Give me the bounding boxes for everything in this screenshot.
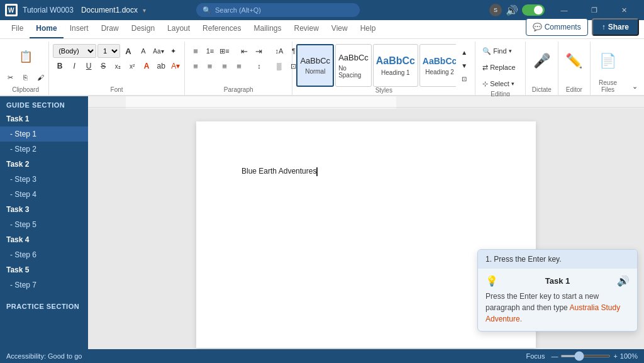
strikethrough-button[interactable]: S [96,59,110,73]
copy-button[interactable]: ⎘ [19,70,33,84]
tab-references[interactable]: References [196,20,247,38]
shading-button[interactable]: ▒ [272,59,286,73]
focus-button[interactable]: Focus [526,352,545,360]
select-dropdown-icon: ▾ [511,81,514,87]
tab-review[interactable]: Review [288,20,325,38]
dictate-button[interactable]: 🎤 [528,44,555,78]
editor-icon: ✏️ [565,53,582,69]
search-icon: 🔍 [203,6,211,14]
minimize-button[interactable]: — [550,0,579,20]
maximize-button[interactable]: ❐ [580,0,609,20]
editor-button[interactable]: ✏️ [560,44,588,78]
format-painter-button[interactable]: 🖌 [34,70,48,84]
font-size-select[interactable]: 11 [97,44,120,58]
spacing-button[interactable]: ↕ [252,59,266,73]
replace-icon: ⇄ [482,64,488,72]
toggle-on[interactable] [522,4,545,16]
italic-button[interactable]: I [67,59,81,73]
sidebar-task2[interactable]: Task 2 [0,157,88,172]
change-case-button[interactable]: Aa▾ [152,44,165,58]
bold-button[interactable]: B [53,59,67,73]
cut-button[interactable]: ✂ [4,70,18,84]
ruler [88,96,644,109]
guide-section-header: GUIDE SECTION [0,96,88,111]
tab-mailings[interactable]: Mailings [247,20,287,38]
styles-expand-button[interactable]: ⊡ [457,72,471,85]
align-center-button[interactable]: ≡ [203,59,217,73]
find-dropdown-icon: ▾ [509,48,512,54]
sidebar-task1[interactable]: Task 1 [0,111,88,126]
tab-view[interactable]: View [325,20,354,38]
share-button[interactable]: ↑ Share [592,18,639,36]
superscript-button[interactable]: x² [125,59,139,73]
doc-content[interactable]: Blue Earth Adventures [242,167,316,176]
bullets-button[interactable]: ≡ [189,44,203,58]
replace-button[interactable]: ⇄ Replace [479,60,521,74]
tab-home[interactable]: Home [30,20,63,38]
font-shrink-button[interactable]: A [136,44,150,58]
styles-up-button[interactable]: ▲ [457,46,471,59]
sidebar-step6[interactable]: - Step 6 [0,247,88,262]
svg-rect-3 [126,96,396,109]
ribbon-expand-button[interactable]: ⌄ [628,81,641,91]
practice-section-header: PRACTICE SECTION [0,298,88,313]
multilevel-button[interactable]: ⊞≡ [218,44,231,58]
tab-file[interactable]: File [5,20,30,38]
zoom-slider[interactable] [560,355,611,357]
indent-more-button[interactable]: ⇥ [252,44,266,58]
font-grow-button[interactable]: A [121,44,135,58]
tooltip-audio-icon[interactable]: 🔊 [617,275,630,287]
sidebar-step7[interactable]: - Step 7 [0,277,88,293]
sidebar-task5[interactable]: Task 5 [0,262,88,277]
underline-button[interactable]: U [82,59,96,73]
styles-down-button[interactable]: ▼ [457,59,471,72]
highlight-button[interactable]: ab [154,59,168,73]
style-no-spacing[interactable]: AaBbCc No Spacing [335,44,372,87]
tab-insert[interactable]: Insert [64,20,95,38]
doc-name: Document1.docx [81,6,138,14]
sidebar-step2[interactable]: - Step 2 [0,142,88,157]
sidebar-task3[interactable]: Task 3 [0,202,88,217]
style-heading2[interactable]: AaBbCc Heading 2 [419,44,456,87]
sidebar-step1[interactable]: - Step 1 [0,126,88,142]
paste-button[interactable]: 📋 [14,44,37,69]
volume-icon[interactable]: 🔊 [506,4,518,16]
sidebar-step3[interactable]: - Step 3 [0,172,88,187]
style-nospacing-preview: AaBbCc [338,53,369,62]
indent-less-button[interactable]: ⇤ [238,44,252,58]
tab-layout[interactable]: Layout [161,20,196,38]
align-right-button[interactable]: ≡ [218,59,231,73]
zoom-in-icon[interactable]: + [613,352,617,360]
reuse-files-button[interactable]: 📄 [594,44,622,78]
sidebar-step4[interactable]: - Step 4 [0,187,88,202]
cursor-caret [316,167,318,176]
sidebar-step5[interactable]: - Step 5 [0,217,88,232]
text-color-button[interactable]: A▾ [169,59,182,73]
comments-button[interactable]: 💬 Comments [526,18,588,36]
style-normal[interactable]: AaBbCc Normal [296,44,334,87]
font-family-select[interactable]: (Body) [53,44,96,58]
zoom-out-icon[interactable]: — [551,352,558,360]
numbering-button[interactable]: 1≡ [203,44,217,58]
clear-format-button[interactable]: ✦ [167,44,180,58]
close-button[interactable]: ✕ [610,0,639,20]
account-icon[interactable]: S [489,4,502,16]
style-heading1[interactable]: AaBbCc Heading 1 [373,44,418,87]
search-input[interactable] [215,6,341,14]
comments-icon: 💬 [533,23,542,31]
justify-button[interactable]: ≡ [232,59,246,73]
tab-help[interactable]: Help [354,20,382,38]
sidebar-task4[interactable]: Task 4 [0,232,88,247]
font-color-button[interactable]: A [140,59,153,73]
search-box[interactable]: 🔍 [196,3,360,17]
paragraph-group-label: Paragraph [189,86,288,95]
tab-design[interactable]: Design [125,20,161,38]
sort-button[interactable]: ↕A [272,44,286,58]
tab-draw[interactable]: Draw [95,20,125,38]
find-button[interactable]: 🔍 Find ▾ [479,44,521,58]
style-normal-preview: AaBbCc [300,56,330,65]
subscript-button[interactable]: x₂ [111,59,125,73]
select-button[interactable]: ⊹ Select ▾ [479,77,521,91]
font-group-label: Font [53,86,180,95]
align-left-button[interactable]: ≡ [189,59,203,73]
